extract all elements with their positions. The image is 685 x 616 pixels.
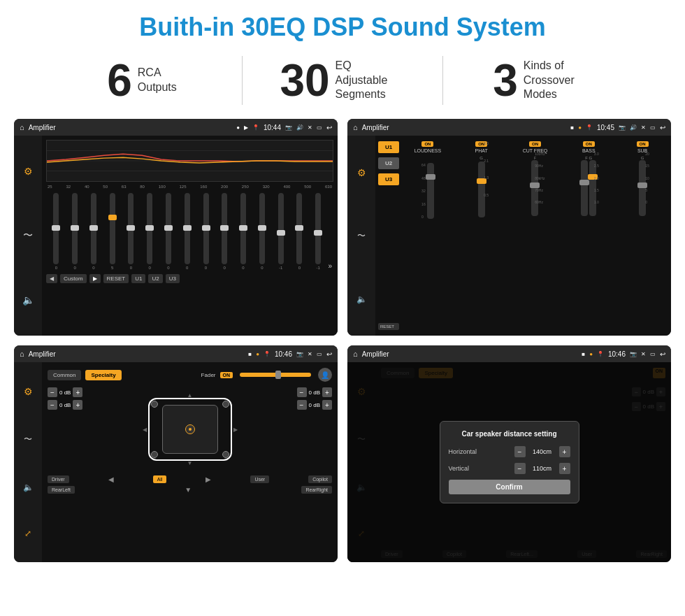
vertical-plus-btn[interactable]: + bbox=[559, 463, 570, 474]
common-tab-bl[interactable]: Common bbox=[48, 370, 81, 380]
horizontal-minus-btn[interactable]: − bbox=[514, 446, 526, 457]
fader-speaker-icon[interactable]: 🔈 bbox=[23, 482, 34, 492]
ch-rt-plus[interactable]: + bbox=[322, 387, 332, 397]
ch-rt-minus[interactable]: − bbox=[297, 387, 307, 397]
rect-icon-br: ▭ bbox=[650, 351, 656, 357]
dialog-screen-card: ⌂ Amplifier ■ ● 📍 10:46 📷 ✕ ▭ ↩ Common S… bbox=[347, 345, 671, 562]
profile-icon-bl[interactable]: 👤 bbox=[318, 368, 332, 382]
stats-row: 6 RCAOutputs 30 EQ AdjustableSegments 3 … bbox=[0, 49, 685, 115]
back-icon-tl[interactable]: ↩ bbox=[326, 124, 332, 131]
eq-slider-3[interactable]: 5 bbox=[103, 193, 121, 270]
rearleft-btn-bl[interactable]: RearLeft bbox=[48, 486, 75, 494]
eq-slider-8[interactable]: 0 bbox=[197, 193, 215, 270]
fader-on-badge-bl[interactable]: ON bbox=[220, 372, 233, 378]
copilot-btn-bl[interactable]: Copilot bbox=[308, 475, 332, 483]
status-bar-br: ⌂ Amplifier ■ ● 📍 10:46 📷 ✕ ▭ ↩ bbox=[347, 345, 671, 362]
eq-screen-card: ⌂ Amplifier ● ▶ 📍 10:44 📷 🔊 ✕ ▭ ↩ ⚙ 〜 🔈 bbox=[14, 119, 338, 336]
home-icon-br[interactable]: ⌂ bbox=[353, 350, 358, 358]
sub-on[interactable]: ON bbox=[637, 141, 649, 147]
freq-25: 25 bbox=[48, 185, 52, 189]
ch-rt-val: 0 dB bbox=[309, 389, 320, 396]
ch-lb-minus[interactable]: − bbox=[48, 400, 57, 410]
ch-rb-minus[interactable]: − bbox=[297, 400, 307, 410]
eq-slider-13[interactable]: 0 bbox=[291, 193, 308, 270]
next-preset-btn[interactable]: ▶ bbox=[89, 274, 101, 283]
eq-slider-10[interactable]: 0 bbox=[235, 193, 252, 270]
confirm-button[interactable]: Confirm bbox=[449, 480, 570, 494]
cross-speaker-icon[interactable]: 🔈 bbox=[356, 294, 367, 304]
all-btn-bl[interactable]: All bbox=[153, 475, 167, 483]
dot-icon-br: ■ bbox=[582, 351, 585, 357]
eq-freq-labels: 25 32 40 50 63 80 100 125 160 200 250 32… bbox=[46, 185, 333, 189]
u1-btn-tr[interactable]: U1 bbox=[378, 141, 399, 153]
u1-btn-tl[interactable]: U1 bbox=[131, 274, 145, 283]
freq-630: 630 bbox=[325, 185, 332, 189]
x-icon-tl: ✕ bbox=[308, 124, 312, 131]
status-title-bl: Amplifier bbox=[29, 350, 245, 358]
vol-icon-tl: 🔊 bbox=[296, 124, 303, 131]
eq-slider-12[interactable]: -1 bbox=[272, 193, 289, 270]
bass-on[interactable]: ON bbox=[583, 141, 595, 147]
ch-lt-minus[interactable]: − bbox=[48, 387, 57, 397]
eq-slider-9[interactable]: 0 bbox=[216, 193, 233, 270]
cross-filter-icon[interactable]: ⚙ bbox=[357, 167, 366, 178]
eq-slider-6[interactable]: 0 bbox=[160, 193, 178, 270]
user-btn-bl[interactable]: User bbox=[250, 475, 269, 483]
ch-lb-plus[interactable]: + bbox=[73, 400, 82, 410]
back-icon-tr[interactable]: ↩ bbox=[660, 124, 665, 131]
eq-slider-5[interactable]: 0 bbox=[141, 193, 159, 270]
eq-slider-2[interactable]: 0 bbox=[85, 193, 103, 270]
eq-slider-7[interactable]: 0 bbox=[178, 193, 196, 270]
back-icon-br[interactable]: ↩ bbox=[660, 350, 665, 358]
pin-icon-tr: 📍 bbox=[586, 124, 593, 131]
home-icon-bl[interactable]: ⌂ bbox=[20, 350, 24, 358]
eq-slider-14[interactable]: -1 bbox=[310, 193, 327, 270]
horizontal-plus-btn[interactable]: + bbox=[559, 446, 570, 457]
status-title-br: Amplifier bbox=[362, 350, 578, 358]
u2-btn-tl[interactable]: U2 bbox=[148, 274, 162, 283]
ch-lt-plus[interactable]: + bbox=[73, 387, 82, 397]
ch-lt-val: 0 dB bbox=[59, 389, 71, 396]
u2-btn-tr[interactable]: U2 bbox=[378, 157, 399, 169]
bass-slider-f[interactable] bbox=[581, 160, 588, 216]
crossover-screen-body: ⚙ 〜 🔈 U1 U2 U3 RESET ON LOUDNESS bbox=[347, 136, 671, 336]
cross-wave-icon[interactable]: 〜 bbox=[357, 230, 366, 242]
home-icon[interactable]: ⌂ bbox=[20, 123, 24, 131]
fader-filter-icon[interactable]: ⚙ bbox=[24, 386, 33, 397]
specialty-tab-bl[interactable]: Specialty bbox=[85, 370, 121, 380]
vertical-minus-btn[interactable]: − bbox=[514, 463, 526, 474]
eq-speaker-icon[interactable]: 🔈 bbox=[22, 294, 34, 306]
prev-preset-btn[interactable]: ◀ bbox=[46, 274, 57, 283]
eq-slider-1[interactable]: 0 bbox=[66, 193, 84, 270]
reset-btn-tl[interactable]: RESET bbox=[103, 274, 129, 283]
eq-wave-icon[interactable]: 〜 bbox=[23, 229, 33, 242]
horizontal-ctrl: − 140cm + bbox=[514, 446, 570, 457]
back-icon-bl[interactable]: ↩ bbox=[326, 350, 332, 358]
fader-main: Common Specialty Fader ON 👤 − bbox=[42, 362, 338, 562]
stat-eq-number: 30 bbox=[280, 58, 329, 103]
tab-row-bl: Common Specialty Fader ON 👤 bbox=[48, 368, 332, 382]
dialog-vertical-field: Vertical − 110cm + bbox=[449, 463, 570, 474]
freq-400: 400 bbox=[283, 185, 290, 189]
eq-slider-4[interactable]: 0 bbox=[122, 193, 140, 270]
fader-wave-icon[interactable]: 〜 bbox=[24, 434, 32, 445]
freq-125: 125 bbox=[180, 185, 187, 189]
freq-200: 200 bbox=[221, 185, 228, 189]
home-icon-tr[interactable]: ⌂ bbox=[353, 123, 358, 131]
fader-expand-icon[interactable]: ⤢ bbox=[24, 529, 31, 538]
rearright-btn-bl[interactable]: RearRight bbox=[301, 486, 332, 494]
freq-500: 500 bbox=[304, 185, 311, 189]
ch-rb-plus[interactable]: + bbox=[322, 400, 332, 410]
eq-slider-0[interactable]: 0 bbox=[48, 193, 65, 270]
eq-filter-icon[interactable]: ⚙ bbox=[24, 166, 33, 177]
driver-btn-bl[interactable]: Driver bbox=[48, 475, 69, 483]
u3-btn-tl[interactable]: U3 bbox=[166, 274, 180, 283]
loudness-on[interactable]: ON bbox=[421, 141, 433, 147]
eq-slider-11[interactable]: 0 bbox=[253, 193, 271, 270]
cutfreq-on[interactable]: ON bbox=[529, 141, 541, 147]
loudness-slider[interactable] bbox=[427, 163, 434, 219]
u3-btn-tr[interactable]: U3 bbox=[378, 173, 399, 185]
status-bar-tr: ⌂ Amplifier ■ ● 📍 10:45 📷 🔊 ✕ ▭ ↩ bbox=[347, 119, 671, 136]
reset-btn-tr[interactable]: RESET bbox=[378, 323, 399, 330]
dot-icon-tl: ● bbox=[236, 124, 240, 131]
